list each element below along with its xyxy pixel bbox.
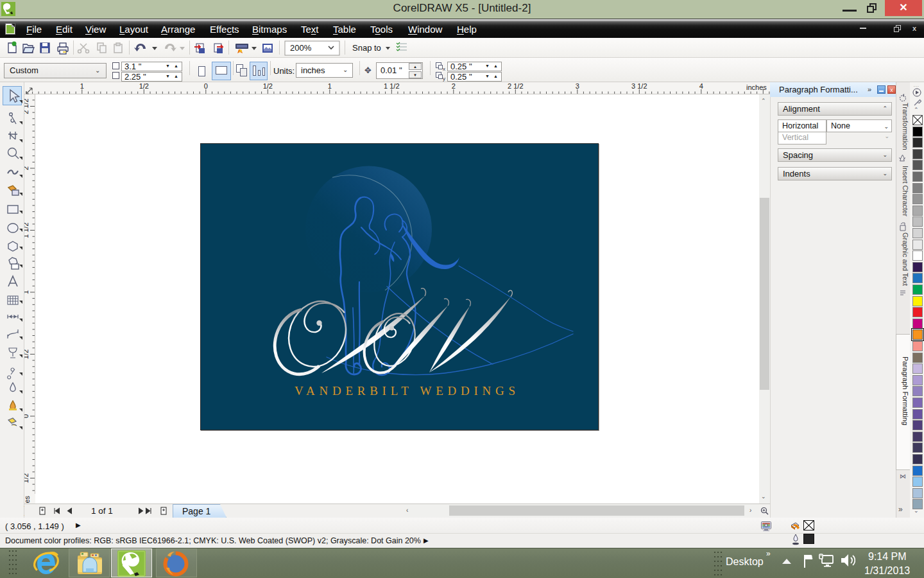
svg-text:2: 2	[452, 82, 456, 90]
svg-text:2 1/2: 2 1/2	[508, 82, 523, 90]
svg-text:0: 0	[204, 82, 208, 90]
svg-text:1 of 1: 1 of 1	[91, 506, 113, 516]
svg-text:VANDERBILT WEDDINGS: VANDERBILT WEDDINGS	[295, 384, 520, 398]
svg-text:1/2: 1/2	[24, 349, 30, 359]
svg-text:3: 3	[576, 82, 579, 90]
svg-text:3 1/2: 3 1/2	[631, 82, 647, 90]
svg-text:0: 0	[24, 414, 30, 418]
svg-text:200%: 200%	[290, 43, 312, 53]
svg-text:2: 2	[24, 166, 30, 170]
svg-text:1 1/2: 1 1/2	[24, 222, 30, 238]
svg-text:4: 4	[699, 82, 703, 90]
svg-text:1/2: 1/2	[263, 82, 273, 90]
svg-text:1: 1	[24, 290, 30, 294]
svg-text:Snap to: Snap to	[352, 43, 381, 53]
svg-text:1 1/2: 1 1/2	[384, 82, 399, 90]
svg-text:1: 1	[328, 82, 332, 90]
svg-text:1/2: 1/2	[139, 82, 149, 90]
svg-text:1: 1	[80, 82, 84, 90]
svg-text:1/2: 1/2	[24, 473, 30, 483]
svg-text:2 1/2: 2 1/2	[24, 98, 30, 114]
